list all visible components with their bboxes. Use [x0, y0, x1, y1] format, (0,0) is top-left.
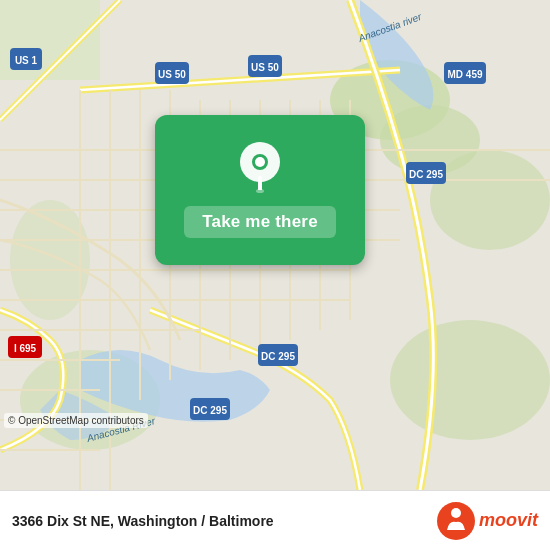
take-me-there-button[interactable]: Take me there	[184, 206, 336, 238]
location-pin-icon	[238, 142, 282, 196]
map-attribution: © OpenStreetMap contributors	[4, 413, 148, 428]
svg-point-54	[255, 157, 265, 167]
popup-card[interactable]: Take me there	[155, 115, 365, 265]
svg-text:DC 295: DC 295	[193, 405, 227, 416]
svg-text:MD 459: MD 459	[447, 69, 482, 80]
map-container: US 1 US 50 US 50 MD 459 DC 295 DC 295 DC…	[0, 0, 550, 490]
svg-point-4	[430, 150, 550, 250]
moovit-icon	[437, 502, 475, 540]
svg-text:US 1: US 1	[15, 55, 38, 66]
svg-point-7	[10, 200, 90, 320]
svg-point-56	[451, 508, 461, 518]
svg-text:I 695: I 695	[14, 343, 37, 354]
bottom-bar: 3366 Dix St NE, Washington / Baltimore m…	[0, 490, 550, 550]
svg-text:DC 295: DC 295	[261, 351, 295, 362]
svg-point-55	[437, 502, 475, 540]
svg-point-6	[390, 320, 550, 440]
address-text: 3366 Dix St NE, Washington / Baltimore	[12, 513, 274, 529]
moovit-text: moovit	[479, 510, 538, 531]
svg-text:US 50: US 50	[251, 62, 279, 73]
svg-point-52	[256, 189, 264, 193]
moovit-logo: moovit	[437, 502, 538, 540]
svg-text:DC 295: DC 295	[409, 169, 443, 180]
address-section: 3366 Dix St NE, Washington / Baltimore	[12, 513, 274, 529]
svg-text:US 50: US 50	[158, 69, 186, 80]
